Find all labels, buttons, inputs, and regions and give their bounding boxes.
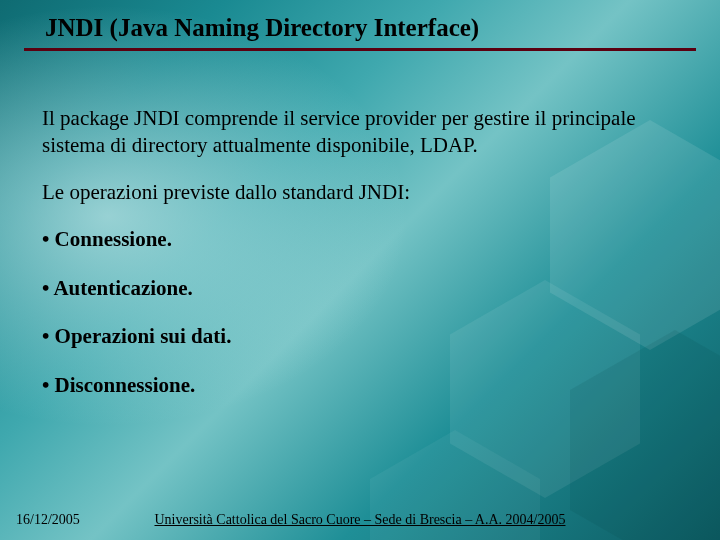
paragraph: Le operazioni previste dallo standard JN… bbox=[42, 179, 670, 206]
footer-org: Università Cattolica del Sacro Cuore – S… bbox=[0, 512, 720, 528]
bullet-item: Connessione. bbox=[42, 226, 670, 253]
bullet-item: Disconnessione. bbox=[42, 372, 670, 399]
slide: JNDI (Java Naming Directory Interface) I… bbox=[0, 0, 720, 540]
title-underline bbox=[24, 48, 696, 51]
bullet-list: Connessione. Autenticazione. Operazioni … bbox=[42, 226, 670, 400]
slide-body: Il package JNDI comprende il service pro… bbox=[42, 105, 670, 421]
footer: 16/12/2005 Università Cattolica del Sacr… bbox=[0, 506, 720, 528]
bullet-item: Autenticazione. bbox=[42, 275, 670, 302]
slide-title: JNDI (Java Naming Directory Interface) bbox=[45, 14, 479, 42]
paragraph: Il package JNDI comprende il service pro… bbox=[42, 105, 670, 159]
bullet-item: Operazioni sui dati. bbox=[42, 323, 670, 350]
